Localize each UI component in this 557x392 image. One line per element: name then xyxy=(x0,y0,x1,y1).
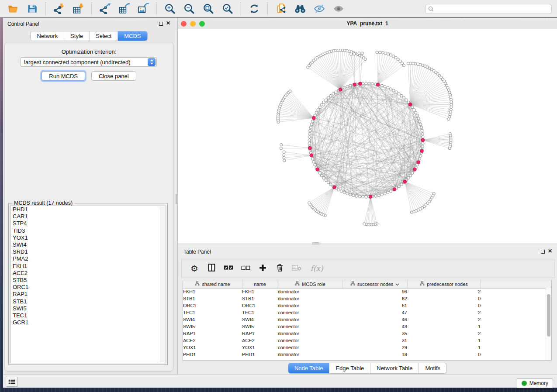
mcds-result-item[interactable]: TID3 xyxy=(10,227,166,234)
mcds-result-item[interactable]: YOX1 xyxy=(10,234,166,241)
network-from-selection-button[interactable] xyxy=(273,2,288,16)
mcds-result-item[interactable]: STP4 xyxy=(10,220,166,227)
table-row[interactable]: SWI5SWI5connector431 xyxy=(183,323,551,330)
float-panel-icon[interactable] xyxy=(159,22,163,26)
cell-MCDS-role: dominator xyxy=(278,302,343,309)
columns-button[interactable] xyxy=(205,262,218,275)
close-panel-button[interactable]: Close panel xyxy=(91,71,136,81)
tab-node-table[interactable]: Node Table xyxy=(288,363,330,373)
cell-name: STB1 xyxy=(242,295,278,302)
export-table-icon xyxy=(118,3,130,14)
column-header-name[interactable]: name xyxy=(242,280,278,288)
column-label: shared name xyxy=(202,282,230,287)
cell-MCDS-role: dominator xyxy=(278,316,343,323)
mcds-result-item[interactable]: FKH1 xyxy=(10,263,166,270)
mcds-list-scrollbar[interactable] xyxy=(160,206,165,362)
table-row[interactable]: ACE2ACE2connector311 xyxy=(183,337,551,344)
memory-button[interactable]: Memory xyxy=(517,378,553,388)
deselect-all-button[interactable] xyxy=(239,262,252,275)
tab-motifs[interactable]: Motifs xyxy=(419,363,446,373)
search-input[interactable] xyxy=(436,6,549,12)
cell-successor-nodes: 35 xyxy=(343,330,407,337)
table-row[interactable]: STB1STB1dominator620 xyxy=(183,295,551,302)
mcds-result-item[interactable]: SRD1 xyxy=(10,248,166,255)
cell-MCDS-role: dominator xyxy=(278,351,343,358)
column-label: MCDS role xyxy=(302,282,325,287)
table-row[interactable]: ORC1ORC1dominator610 xyxy=(183,302,551,309)
cell-predecessor-nodes: 2 xyxy=(407,316,481,323)
network-canvas[interactable] xyxy=(178,29,557,243)
show-all-button[interactable] xyxy=(331,2,346,16)
cell-predecessor-nodes: 2 xyxy=(407,330,481,337)
toolbar-separator xyxy=(241,2,241,15)
column-header-MCDS-role[interactable]: MCDS role xyxy=(278,280,343,288)
import-network-button[interactable] xyxy=(52,2,66,16)
table-row[interactable]: RAP1RAP1dominator352 xyxy=(183,330,551,337)
tab-select[interactable]: Select xyxy=(90,31,118,41)
close-panel-icon[interactable]: ✕ xyxy=(166,20,170,26)
optimization-criterion-select[interactable]: largest connected component (undirected) xyxy=(20,57,157,67)
tab-network[interactable]: Network xyxy=(31,31,64,41)
mcds-result-item[interactable]: ORC1 xyxy=(10,284,166,291)
delete-button[interactable] xyxy=(273,262,286,275)
column-header-predecessor-nodes[interactable]: predecessor nodes xyxy=(407,280,481,288)
vertical-splitter-handle[interactable] xyxy=(176,194,177,204)
mcds-result-item[interactable]: TEC1 xyxy=(10,312,166,319)
tab-style[interactable]: Style xyxy=(64,31,90,41)
cell-name: FKH1 xyxy=(242,288,278,295)
table-row[interactable]: TEC1TEC1connector472 xyxy=(183,309,551,316)
table-scrollbar[interactable] xyxy=(546,288,551,360)
cell-name: SWI5 xyxy=(242,323,278,330)
mcds-result-item[interactable]: SWI5 xyxy=(10,305,166,312)
control-panel-title: Control Panel xyxy=(7,21,39,27)
gear-button[interactable]: ⚙ xyxy=(188,262,201,275)
zoom-in-button[interactable] xyxy=(163,2,177,16)
table-close-icon[interactable]: ✕ xyxy=(548,248,552,254)
table-row[interactable]: YOX1YOX1connector291 xyxy=(183,344,551,351)
mcds-result-item[interactable]: STB1 xyxy=(10,298,166,305)
column-header-shared-name[interactable]: shared name xyxy=(183,280,242,288)
add-button[interactable] xyxy=(256,262,269,275)
search-box[interactable] xyxy=(425,4,552,14)
network-from-selection-icon xyxy=(275,3,287,14)
export-table-button[interactable] xyxy=(117,2,131,16)
run-mcds-button[interactable]: Run MCDS xyxy=(42,71,85,81)
mcds-result-item[interactable]: SWI4 xyxy=(10,241,166,248)
search-find-button[interactable] xyxy=(293,2,308,16)
cell-MCDS-role: dominator xyxy=(278,288,343,295)
mcds-result-item[interactable]: GCR1 xyxy=(10,319,166,326)
export-network-button[interactable] xyxy=(97,2,112,16)
tab-edge-table[interactable]: Edge Table xyxy=(329,363,370,373)
zoom-fit-button[interactable] xyxy=(201,2,216,16)
tab-network-table[interactable]: Network Table xyxy=(370,363,419,373)
mcds-result-item[interactable]: PMA2 xyxy=(10,255,166,262)
zoom-out-button[interactable] xyxy=(182,2,197,16)
open-button[interactable] xyxy=(6,2,21,16)
mcds-result-item[interactable]: CAR1 xyxy=(10,213,166,220)
main-toolbar xyxy=(0,0,557,17)
save-button[interactable] xyxy=(25,2,40,16)
table-tabs: Node TableEdge TableNetwork TableMotifs xyxy=(178,363,557,373)
table-row[interactable]: PHD1PHD1dominator180 xyxy=(183,351,551,358)
cell-predecessor-nodes: 1 xyxy=(407,323,481,330)
vertical-splitter[interactable] xyxy=(175,18,178,375)
select-all-button[interactable] xyxy=(222,262,235,275)
table-row[interactable]: FKH1FKH1dominator962 xyxy=(183,288,551,295)
import-table-button[interactable] xyxy=(71,2,86,16)
mcds-result-item[interactable]: ACE2 xyxy=(10,270,166,277)
column-header-successor-nodes[interactable]: successor nodes xyxy=(343,280,407,288)
mcds-result-item[interactable]: PHD1 xyxy=(10,206,166,213)
mcds-result-item[interactable]: RAP1 xyxy=(10,291,166,298)
mcds-result-item[interactable]: STB5 xyxy=(10,277,166,284)
table-scrollbar-thumb[interactable] xyxy=(547,294,550,337)
table-float-icon[interactable] xyxy=(541,250,545,254)
tab-mcds[interactable]: MCDS xyxy=(118,31,147,41)
export-image-button[interactable] xyxy=(136,2,151,16)
table-row[interactable]: SWI4SWI4dominator462 xyxy=(183,316,551,323)
optimization-criterion-label: Optimization criterion: xyxy=(5,48,173,55)
refresh-button[interactable] xyxy=(247,2,262,16)
task-history-button[interactable] xyxy=(6,377,17,387)
zoom-selected-button[interactable] xyxy=(220,2,235,16)
hide-selected-button[interactable] xyxy=(312,2,327,16)
list-icon xyxy=(8,379,15,385)
